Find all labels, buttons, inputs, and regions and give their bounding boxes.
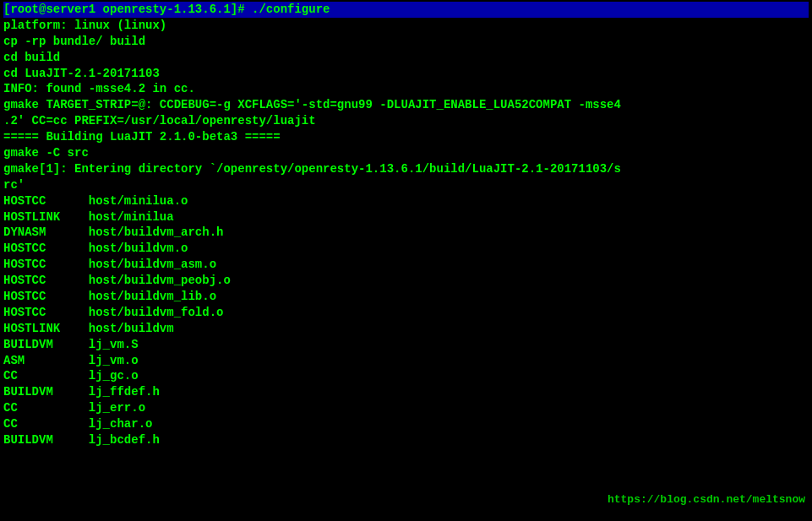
- terminal-line: rc': [3, 177, 809, 193]
- terminal-line: HOSTLINK host/minilua: [3, 209, 809, 225]
- terminal-line: HOSTCC host/buildvm_peobj.o: [3, 273, 809, 289]
- terminal: [root@server1 openresty-1.13.6.1]# ./con…: [0, 0, 812, 521]
- terminal-line: cd build: [3, 50, 809, 66]
- terminal-line: .2' CC=cc PREFIX=/usr/local/openresty/lu…: [3, 113, 809, 129]
- terminal-line: HOSTCC host/buildvm.o: [3, 241, 809, 257]
- terminal-line: HOSTCC host/minilua.o: [3, 193, 809, 209]
- terminal-line: [root@server1 openresty-1.13.6.1]# ./con…: [3, 2, 809, 18]
- terminal-line: HOSTCC host/buildvm_lib.o: [3, 289, 809, 305]
- watermark: https://blog.csdn.net/meltsnow: [608, 493, 805, 506]
- terminal-line: DYNASM host/buildvm_arch.h: [3, 225, 809, 241]
- terminal-line: BUILDVM lj_bcdef.h: [3, 432, 809, 448]
- terminal-line: ===== Building LuaJIT 2.1.0-beta3 =====: [3, 129, 809, 145]
- terminal-line: HOSTLINK host/buildvm: [3, 321, 809, 337]
- terminal-line: BUILDVM lj_ffdef.h: [3, 384, 809, 400]
- terminal-line: cp -rp bundle/ build: [3, 34, 809, 50]
- terminal-line: gmake[1]: Entering directory `/openresty…: [3, 161, 809, 177]
- terminal-output: [root@server1 openresty-1.13.6.1]# ./con…: [3, 2, 809, 448]
- terminal-line: gmake TARGET_STRIP=@: CCDEBUG=-g XCFLAGS…: [3, 97, 809, 113]
- terminal-line: HOSTCC host/buildvm_fold.o: [3, 305, 809, 321]
- terminal-line: CC lj_err.o: [3, 400, 809, 416]
- terminal-line: ASM lj_vm.o: [3, 353, 809, 369]
- terminal-line: BUILDVM lj_vm.S: [3, 337, 809, 353]
- terminal-line: gmake -C src: [3, 145, 809, 161]
- terminal-line: HOSTCC host/buildvm_asm.o: [3, 257, 809, 273]
- terminal-line: platform: linux (linux): [3, 18, 809, 34]
- terminal-line: INFO: found -msse4.2 in cc.: [3, 81, 809, 97]
- terminal-line: cd LuaJIT-2.1-20171103: [3, 66, 809, 82]
- terminal-line: CC lj_gc.o: [3, 368, 809, 384]
- terminal-line: CC lj_char.o: [3, 416, 809, 432]
